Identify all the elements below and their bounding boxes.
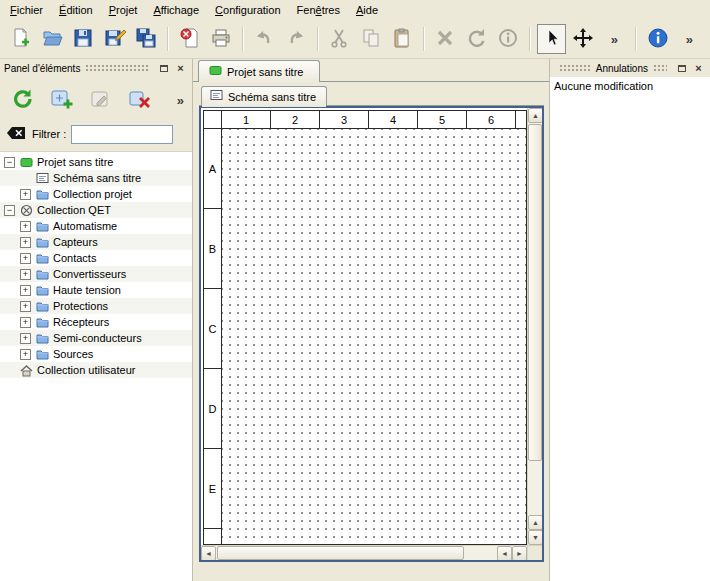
folder-icon [35,284,49,297]
vertical-scroll-thumb[interactable] [528,124,542,461]
scroll-down-button[interactable]: ▼ [528,530,543,545]
tree-expand-icon[interactable]: + [20,269,31,280]
tree-expand-icon[interactable]: + [20,221,31,232]
clear-filter-button[interactable] [5,126,27,142]
move-cross-icon [572,27,594,52]
menu-configuration[interactable]: Configuration [207,0,288,20]
diagram-view[interactable]: 1 2 3 4 5 6 A B C [199,106,544,562]
tree-item-contacts[interactable]: + Contacts [0,250,192,266]
tree-collapse-icon[interactable]: − [4,157,15,168]
tree-expand-icon[interactable]: + [20,349,31,360]
scroll-right-button[interactable]: ► [512,546,527,561]
info-button[interactable] [493,24,522,54]
tree-item-haute-tension[interactable]: + Haute tension [0,282,192,298]
tree-expand-icon[interactable]: + [20,285,31,296]
diagram-viewport[interactable]: 1 2 3 4 5 6 A B C [201,108,527,545]
new-file-button[interactable] [6,24,35,54]
elements-panel-float-button[interactable] [156,61,171,75]
tree-collapse-icon[interactable]: − [4,205,15,216]
tree-item-recepteurs[interactable]: + Récepteurs [0,314,192,330]
elements-panel-titlebar[interactable]: Panel d'éléments × [0,59,192,77]
save-button[interactable] [69,24,98,54]
menu-projet[interactable]: Projet [101,0,146,20]
tree-item-collection-qet[interactable]: − Collection QET [0,202,192,218]
filter-input[interactable] [71,125,173,144]
rotate-button[interactable] [462,24,491,54]
tab-projet-sans-titre[interactable]: Projet sans titre [198,60,320,82]
tree-item-projet-sans-titre[interactable]: − Projet sans titre [0,154,192,170]
horizontal-scrollbar[interactable]: ◄ ◄ ► [201,545,527,560]
delete-button[interactable] [431,24,460,54]
tree-item-collection-utilisateur[interactable]: Collection utilisateur [0,362,192,378]
print-button[interactable] [206,24,235,54]
tree-expand-icon[interactable]: + [20,301,31,312]
undo-dock-close-button[interactable]: × [691,61,706,75]
dock-grip[interactable] [653,64,667,72]
about-qet-button[interactable] [643,24,672,54]
tree-item-collection-projet[interactable]: + Collection projet [0,186,192,202]
save-all-button[interactable] [132,24,161,54]
reload-collections-button[interactable] [8,85,38,115]
elements-tree[interactable]: − Projet sans titre Schéma sans titre + … [0,151,192,581]
row-header: B [204,209,222,289]
scroll-up-button-bottom[interactable]: ▲ [528,515,543,530]
menu-fenetres[interactable]: Fenêtres [289,0,348,20]
menu-fichier[interactable]: Fichier [2,0,51,20]
menu-affichage[interactable]: Affichage [145,0,207,20]
dock-grip[interactable] [85,64,149,72]
tree-item-protections[interactable]: + Protections [0,298,192,314]
elements-panel-close-button[interactable]: × [173,61,188,75]
tree-expand-icon[interactable]: + [20,317,31,328]
tree-expand-icon[interactable]: + [20,237,31,248]
folder-icon [35,300,49,313]
row-ruler-filler [204,529,222,544]
tree-item-capteurs[interactable]: + Capteurs [0,234,192,250]
toolbar-overflow-button[interactable]: » [600,24,630,54]
schema-icon [35,172,49,185]
tree-item-semi-conducteurs[interactable]: + Semi-conducteurs [0,330,192,346]
undo-dock-float-button[interactable] [674,61,689,75]
tree-item-convertisseurs[interactable]: + Convertisseurs [0,266,192,282]
undo-history-list[interactable]: Aucune modification [550,77,710,581]
new-document-icon [10,27,32,52]
folder-icon [35,348,49,361]
new-element-button[interactable] [47,85,77,115]
tree-item-sources[interactable]: + Sources [0,346,192,362]
move-tool-button[interactable] [568,24,597,54]
tab-schema-sans-titre[interactable]: Schéma sans titre [201,86,327,106]
column-header: 5 [418,111,467,129]
undo-button[interactable] [250,24,279,54]
dock-grip[interactable] [559,64,591,72]
scroll-up-button[interactable]: ▲ [528,108,543,123]
redo-button[interactable] [281,24,310,54]
tree-item-schema-sans-titre[interactable]: Schéma sans titre [0,170,192,186]
blue-info-icon [647,27,669,52]
delete-element-button[interactable] [125,85,155,115]
tree-expand-icon[interactable]: + [20,253,31,264]
panel-overflow-button[interactable]: » [177,93,184,108]
vertical-scroll-track[interactable] [528,123,542,515]
tree-item-automatisme[interactable]: + Automatisme [0,218,192,234]
save-as-button[interactable] [100,24,129,54]
menu-aide[interactable]: Aide [348,0,386,20]
tree-expand-icon[interactable]: + [20,333,31,344]
copy-button[interactable] [356,24,385,54]
tree-expand-icon[interactable]: + [20,189,31,200]
horizontal-scroll-track[interactable] [216,546,497,560]
paste-button[interactable] [387,24,416,54]
cut-button[interactable] [325,24,354,54]
select-tool-button[interactable] [537,24,566,54]
horizontal-scroll-thumb[interactable] [217,546,464,560]
scroll-left-button[interactable]: ◄ [201,546,216,561]
vertical-scrollbar[interactable]: ▲ ▲ ▼ [527,108,542,545]
open-file-button[interactable] [37,24,66,54]
close-file-button[interactable] [175,24,204,54]
undo-dock-titlebar[interactable]: Annulations × [550,59,710,77]
toolbar-overflow-button-right[interactable]: » [675,24,705,54]
toolbar-separator [529,27,531,51]
schema-grid[interactable] [222,129,526,544]
edit-element-button[interactable] [86,85,116,115]
folder-icon [35,220,49,233]
scroll-left-button-right[interactable]: ◄ [497,546,512,561]
menu-edition[interactable]: Édition [51,0,101,20]
